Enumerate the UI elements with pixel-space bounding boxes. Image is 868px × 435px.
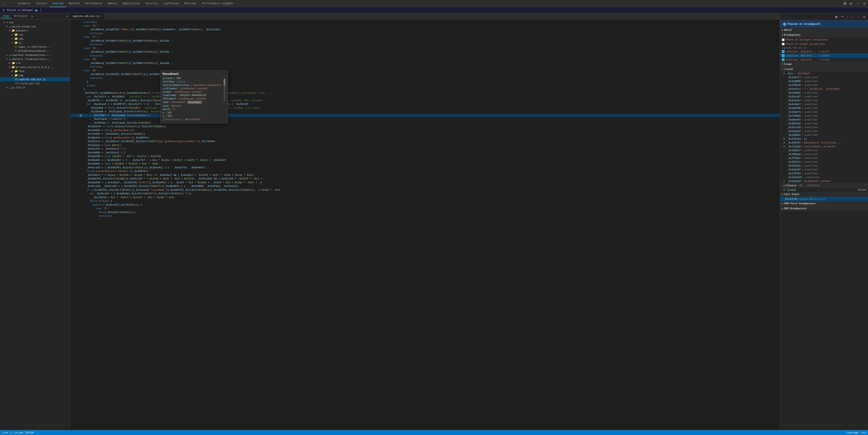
more-sources-tabs[interactable]: » [31, 14, 33, 18]
code-area[interactable]: continue; case '36': _0x2460cd[_0x1d0195… [70, 20, 780, 430]
tree-item-login[interactable]: 🗒 login_cn.html?nextu... [0, 45, 70, 49]
breakpoints-section-header[interactable]: ▼ Breakpoints [780, 33, 868, 37]
breakpoint-item-1[interactable]: (function _0x2c2fc5,... 1:181379 [780, 49, 868, 54]
tree-item-qrcode[interactable]: 🗒 qrCode?sessionGuid... [0, 49, 70, 53]
scope-var-28ed43[interactable]: _0x28ed43: undefined [780, 118, 868, 122]
step-into-button[interactable]: ↓ [846, 14, 850, 19]
scope-var-2cd1cf[interactable]: _0x2cd1cf: f (_0x101cc6, _0x31f68a) [780, 87, 868, 91]
scope-var-3710ef[interactable]: _0x3710ef: undefined [780, 156, 868, 160]
device-toggle-button[interactable]: 📱 [7, 1, 13, 6]
tree-item-css[interactable]: ▶ 📁 css [0, 33, 70, 37]
tree-item-img2[interactable]: ▶ 📁 img [0, 73, 70, 77]
scope-var-4c0a1f-1[interactable]: _0x4c0a1f: undefined [780, 99, 868, 102]
scope-global[interactable]: ▶ Global Window [780, 188, 868, 192]
tab-sources[interactable]: Sources [50, 0, 66, 7]
breakpoint-item-3[interactable]: (function _0x2c2fc5,... 1:246768 [780, 58, 868, 62]
scope-var-4c0a1f-2[interactable]: _0x4c0a1f: undefined [780, 102, 868, 106]
scope-var-2d4e0e[interactable]: _0x2d4e0e: undefined [780, 91, 868, 95]
scope-var-1b07f1[interactable]: _0x1b07f1: undefined [780, 75, 868, 79]
scope-var-170354[interactable]: _0x170354: undefined [780, 171, 868, 175]
workspace-tab[interactable]: Workspace [12, 14, 30, 18]
tree-item-top[interactable]: ▼ ▾ top [0, 20, 70, 24]
scope-var-42ca39[interactable]: _0x42ca39: undefined [780, 125, 868, 129]
tooltip-scrollbar[interactable] [224, 79, 225, 101]
editor-tabs: captcha-sdk.min.js ✕ [70, 13, 780, 20]
scope-var-3d3e4df[interactable]: _0x3d3e4df: undefined [780, 175, 868, 179]
bp-checkbox-2[interactable] [782, 54, 784, 57]
dom-bp-section-header[interactable]: ▶ DOM Breakpoints [780, 206, 868, 211]
tree-item-secure-elong[interactable]: ▼ ☁ secure.elong.com [0, 24, 70, 29]
tab-performance[interactable]: Performance [83, 0, 105, 7]
tab-elements[interactable]: Elements [16, 0, 33, 7]
tree-item-passport[interactable]: ▼ 📂 passport [0, 29, 70, 33]
step-over-right-button[interactable]: ↷ [840, 14, 845, 19]
scope-var-92502e[interactable]: _0x92502e: undefined [780, 164, 868, 168]
step-out-button[interactable]: ↑ [850, 14, 855, 19]
settings-button[interactable]: ⚙ [848, 1, 854, 6]
page-tab[interactable]: Page [1, 14, 11, 18]
scope-var-326b17[interactable]: _0x326b17: undefined [780, 148, 868, 152]
scope-var-52aa32[interactable]: _0x52aa32: undefined [780, 129, 868, 133]
code-line: continue; [70, 214, 780, 218]
breakpoint-item-2[interactable]: (function _0x2c2fc5,... 1:244290 [780, 54, 868, 58]
scope-var-30fbb2[interactable]: _0x30fbb2: undefined [780, 122, 868, 125]
scope-var-xe41ea4[interactable]: ▶ _0xe41ea4: div#answer_content [780, 179, 868, 183]
scope-var-5ab598[interactable]: _0x5ab598: undefined [780, 106, 868, 110]
tree-item-crb[interactable]: ▶ 📁 crb [0, 61, 70, 65]
bp-checkbox-3[interactable] [782, 58, 784, 61]
scope-var-128b5e[interactable]: _0x128b5e: undefined [780, 133, 868, 137]
scope-var-14aef1[interactable]: _0x14aef1: undefined [780, 110, 868, 114]
tab-application[interactable]: Application [120, 0, 143, 7]
tab-network[interactable]: Network [66, 0, 82, 7]
tab-security[interactable]: Security [143, 0, 160, 7]
scope-var-708ea5[interactable]: _0x708ea5: undefined [780, 152, 868, 156]
scope-var-3bce87[interactable]: _0x3bce87: undefined [780, 95, 868, 99]
pause-caught-checkbox[interactable] [782, 43, 784, 45]
callstack-item-0x41dc48[interactable]: _0x41dc48 captcha-sdk.min.js:1 [780, 197, 868, 201]
step-button[interactable]: → [855, 14, 861, 19]
scope-var-d3e4df[interactable]: _0xd3e4df: undefined [780, 168, 868, 171]
tab-perf-insights[interactable]: Performance insights [200, 0, 236, 7]
add-folder-button[interactable]: + [65, 14, 69, 18]
bp-checkbox-1[interactable] [782, 50, 784, 53]
scope-var-4351e1[interactable]: _0x4351e1: undefined [780, 160, 868, 164]
issues-badge[interactable]: 2 [843, 2, 847, 5]
more-options-button[interactable]: ⋮ [855, 1, 860, 6]
scope-var-311abd[interactable]: ▶ _0x311abd: {selectData: Array(0), [780, 145, 868, 148]
tree-item-jy17u[interactable]: ▶ ☁ jy.17u.cn [0, 86, 70, 90]
tree-item-captcha1[interactable]: ▶ ☁ captcha1.fengkongcloud.c... [0, 53, 70, 57]
toolbar-tabs: Elements Console Sources Network Perform… [16, 0, 843, 7]
editor-tab-close[interactable]: ✕ [101, 15, 102, 18]
tree-item-pr-auto[interactable]: ▼ 📂 pr/auto-build/v1.0.4-1... [0, 65, 70, 69]
tab-recorder[interactable]: Recorder [182, 0, 199, 7]
watch-section-header[interactable]: ▶ Watch [780, 28, 868, 33]
close-devtools-button[interactable]: ✕ [862, 1, 867, 6]
step-over-button[interactable]: ⤴ [40, 8, 41, 12]
local-section-header[interactable]: ▼ Local [780, 67, 868, 72]
tree-item-font[interactable]: ▶ 📁 font [0, 69, 70, 73]
tab-memory[interactable]: Memory [105, 0, 120, 7]
closure-section-header[interactable]: ▶ Closure (88.../smConfig) [780, 183, 868, 188]
tab-console[interactable]: Console [33, 0, 50, 7]
deactivate-breakpoints-button[interactable]: ⊘ [862, 14, 867, 19]
tab-lighthouse[interactable]: Lighthouse [160, 0, 182, 7]
scope-var-289f0f[interactable]: ▶ _0x289f0f: MouseEvent {isTrusted:... [780, 141, 868, 145]
scope-var-1f8210[interactable]: _0x1f8210: undefined [780, 83, 868, 87]
editor-tab-captcha-sdk[interactable]: captcha-sdk.min.js ✕ [70, 13, 105, 20]
scope-section-header[interactable]: ▼ Scope [780, 62, 868, 67]
pause-uncaught-checkbox[interactable] [782, 38, 784, 41]
resume-execution-button[interactable]: ▶ [834, 14, 839, 19]
callstack-section-header[interactable]: ▼ Call Stack [780, 192, 868, 197]
scope-var-27bb65[interactable]: _0x27bb65: undefined [780, 114, 868, 118]
tree-item-img[interactable]: ▶ 📁 img [0, 37, 70, 41]
scope-var-226da4[interactable]: ▶ _0x226da4: [] [780, 137, 868, 141]
scope-var-this[interactable]: ▶ this: _0x379d2f [780, 72, 868, 75]
scope-var-1e9886[interactable]: _0x1e9886: undefined [780, 79, 868, 83]
tree-item-style-css[interactable]: CSS style.min.css [0, 81, 70, 86]
tree-item-js[interactable]: ▶ 📁 js [0, 41, 70, 45]
tree-item-castatic[interactable]: ▼ ☁ castatic.fengkongcloud.c... [0, 57, 70, 61]
resume-button[interactable]: ▶ [35, 8, 38, 12]
xhrfetch-section-header[interactable]: ▶ XHR/fetch Breakpoints [780, 201, 868, 206]
inspect-element-button[interactable]: ⬚ [1, 1, 6, 6]
tree-item-captcha-sdk[interactable]: JS captcha-sdk.min.js [0, 77, 70, 81]
